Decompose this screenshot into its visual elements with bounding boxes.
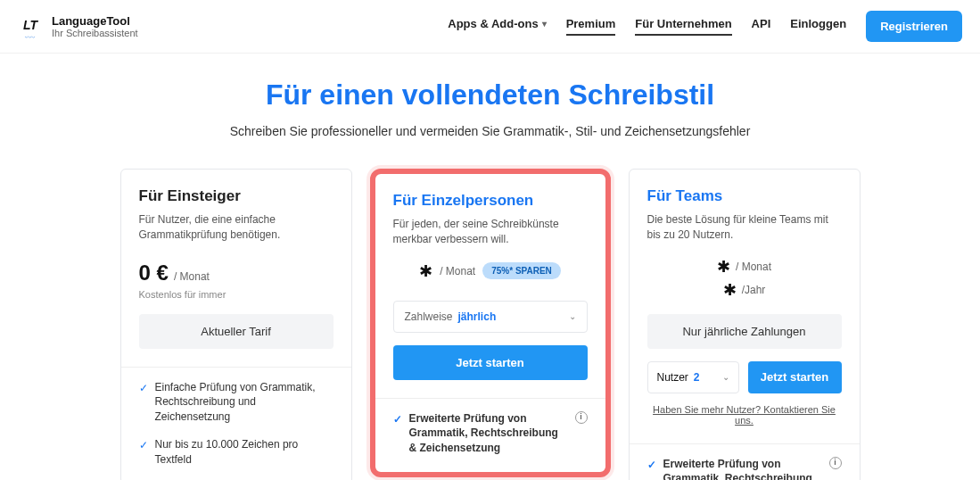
- plan-free-note: Kostenlos für immer: [139, 289, 334, 300]
- plan-free-price: 0 €: [139, 261, 169, 286]
- plan-teams-title: Für Teams: [647, 187, 842, 205]
- contact-link[interactable]: Haben Sie mehr Nutzer? Kontaktieren Sie …: [647, 404, 842, 426]
- price-placeholder-icon: ✱: [419, 261, 432, 281]
- plan-free: Für Einsteiger Für Nutzer, die eine einf…: [120, 169, 352, 480]
- save-badge: 75%* SPAREN: [482, 262, 561, 279]
- chevron-down-icon: ⌄: [722, 372, 729, 382]
- price-placeholder-icon: ✱: [717, 257, 730, 277]
- plan-free-per: / Monat: [174, 270, 210, 283]
- plan-individual: Für Einzelpersonen Für jeden, der seine …: [370, 169, 611, 477]
- plan-individual-title: Für Einzelpersonen: [393, 192, 588, 210]
- plan-teams: Für Teams Die beste Lösung für kleine Te…: [629, 169, 861, 480]
- hero: Für einen vollendeten Schreibstil Schrei…: [0, 79, 980, 138]
- check-icon: ✓: [139, 438, 148, 453]
- plan-free-feature: ✓ Einfache Prüfung von Grammatik, Rechts…: [139, 380, 334, 425]
- chevron-down-icon: ⌄: [569, 311, 576, 321]
- pricing-plans: Für Einsteiger Für Nutzer, die eine einf…: [18, 169, 962, 480]
- nav-login[interactable]: Einloggen: [790, 17, 846, 36]
- plan-individual-per: / Monat: [440, 265, 475, 277]
- check-icon: ✓: [393, 412, 402, 427]
- plan-teams-feature: ✓ Erweiterte Prüfung von Grammatik, Rech…: [647, 457, 842, 480]
- nav-business[interactable]: Für Unternehmen: [635, 17, 731, 36]
- page-subtitle: Schreiben Sie professioneller und vermei…: [0, 124, 980, 138]
- plan-teams-cta[interactable]: Jetzt starten: [748, 361, 842, 393]
- nav-apps[interactable]: Apps & Add-ons ▾: [448, 17, 546, 36]
- check-icon: ✓: [139, 381, 148, 396]
- plan-free-title: Für Einsteiger: [139, 187, 334, 205]
- plan-individual-cta[interactable]: Jetzt starten: [393, 345, 588, 380]
- plan-teams-desc: Die beste Lösung für kleine Teams mit bi…: [647, 212, 842, 243]
- logo-title: LanguageTool: [52, 14, 138, 28]
- check-icon: ✓: [647, 458, 656, 473]
- billing-cycle-select[interactable]: Zahlweise jährlich ⌄: [393, 301, 588, 333]
- logo[interactable]: LT ﹏ LanguageTool Ihr Schreibassistent: [18, 14, 138, 38]
- nav-api[interactable]: API: [752, 17, 771, 36]
- chevron-down-icon: ▾: [542, 19, 547, 29]
- info-icon[interactable]: i: [575, 411, 588, 424]
- page-title: Für einen vollendeten Schreibstil: [0, 79, 980, 112]
- nav-premium[interactable]: Premium: [566, 17, 616, 36]
- plan-teams-billing-note: Nur jährliche Zahlungen: [647, 314, 842, 349]
- plan-free-feature: ✓ Nur bis zu 10.000 Zeichen pro Textfeld: [139, 437, 334, 468]
- header: LT ﹏ LanguageTool Ihr Schreibassistent A…: [0, 0, 980, 54]
- info-icon[interactable]: i: [829, 457, 842, 469]
- plan-individual-feature: ✓ Erweiterte Prüfung von Grammatik, Rech…: [393, 411, 588, 456]
- logo-icon: LT ﹏: [18, 18, 43, 36]
- register-button[interactable]: Registrieren: [866, 11, 962, 42]
- team-users-select[interactable]: Nutzer 2 ⌄: [647, 361, 739, 393]
- price-placeholder-icon: ✱: [723, 280, 737, 300]
- plan-free-desc: Für Nutzer, die eine einfache Grammatikp…: [139, 212, 334, 243]
- plan-individual-desc: Für jeden, der seine Schreibkünste merkb…: [393, 217, 588, 247]
- logo-subtitle: Ihr Schreibassistent: [52, 28, 138, 38]
- main-nav: Apps & Add-ons ▾ Premium Für Unternehmen…: [448, 11, 962, 42]
- plan-free-button: Aktueller Tarif: [139, 314, 334, 349]
